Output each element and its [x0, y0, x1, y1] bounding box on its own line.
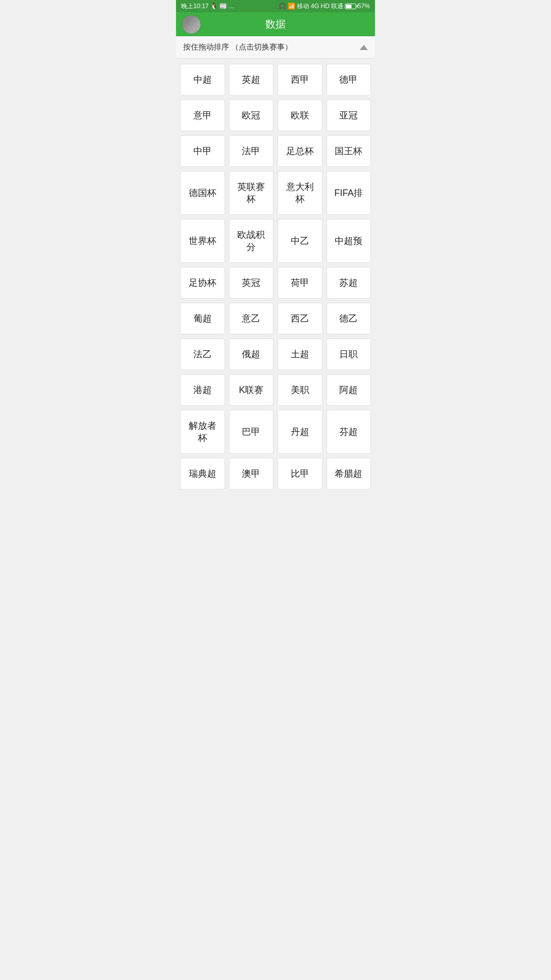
league-item-16[interactable]: 世界杯 [180, 219, 225, 263]
network-type: 4G HD [311, 3, 330, 10]
league-item-7[interactable]: 亚冠 [327, 100, 371, 131]
league-item-38[interactable]: 丹超 [278, 410, 322, 454]
league-item-2[interactable]: 西甲 [278, 64, 322, 95]
league-item-21[interactable]: 英冠 [229, 267, 274, 299]
status-left: 晚上10:17 🐧 📰 ... [181, 2, 234, 11]
league-item-40[interactable]: 瑞典超 [180, 458, 225, 489]
league-item-25[interactable]: 意乙 [229, 303, 274, 334]
league-item-33[interactable]: K联赛 [229, 374, 274, 406]
page-title: 数据 [265, 17, 286, 31]
league-item-8[interactable]: 中甲 [180, 135, 225, 167]
league-item-27[interactable]: 德乙 [327, 303, 371, 334]
league-item-12[interactable]: 德国杯 [180, 171, 225, 215]
league-item-14[interactable]: 意大利杯 [278, 171, 322, 215]
league-item-19[interactable]: 中超预 [327, 219, 371, 263]
league-item-31[interactable]: 日职 [327, 338, 371, 370]
league-item-9[interactable]: 法甲 [229, 135, 274, 167]
league-item-11[interactable]: 国王杯 [327, 135, 371, 167]
status-bar: 晚上10:17 🐧 📰 ... 🎧 📶 移动 4G HD 联通 57% [176, 0, 375, 12]
carrier-text: 联通 [331, 2, 343, 11]
league-grid: 中超英超西甲德甲意甲欧冠欧联亚冠中甲法甲足总杯国王杯德国杯英联赛杯意大利杯FIF… [180, 64, 371, 489]
league-item-0[interactable]: 中超 [180, 64, 225, 95]
league-item-20[interactable]: 足协杯 [180, 267, 225, 299]
status-time: 晚上10:17 [181, 2, 209, 11]
sort-sub-text: （点击切换赛事） [231, 42, 292, 51]
league-item-30[interactable]: 土超 [278, 338, 322, 370]
league-item-26[interactable]: 西乙 [278, 303, 322, 334]
league-item-3[interactable]: 德甲 [327, 64, 371, 95]
header: 数据 [176, 12, 375, 36]
signal-icons: 📶 [288, 3, 295, 10]
sort-bar-label: 按住拖动排序 （点击切换赛事） [183, 42, 292, 52]
league-item-24[interactable]: 葡超 [180, 303, 225, 334]
sort-main-text: 按住拖动排序 [183, 42, 229, 51]
headphone-icon: 🎧 [279, 3, 286, 10]
league-item-32[interactable]: 港超 [180, 374, 225, 406]
league-item-4[interactable]: 意甲 [180, 100, 225, 131]
league-item-5[interactable]: 欧冠 [229, 100, 274, 131]
league-item-39[interactable]: 芬超 [327, 410, 371, 454]
avatar[interactable] [182, 15, 201, 34]
network-text: 移动 [297, 2, 309, 11]
league-item-36[interactable]: 解放者杯 [180, 410, 225, 454]
league-item-18[interactable]: 中乙 [278, 219, 322, 263]
league-item-17[interactable]: 欧战积分 [229, 219, 274, 263]
league-item-42[interactable]: 比甲 [278, 458, 322, 489]
battery-icon [345, 4, 356, 9]
league-item-6[interactable]: 欧联 [278, 100, 322, 131]
battery-text: 57% [358, 3, 370, 10]
league-item-35[interactable]: 阿超 [327, 374, 371, 406]
league-item-37[interactable]: 巴甲 [229, 410, 274, 454]
league-item-15[interactable]: FIFA排 [327, 171, 371, 215]
league-item-41[interactable]: 澳甲 [229, 458, 274, 489]
sort-bar[interactable]: 按住拖动排序 （点击切换赛事） [176, 36, 375, 59]
league-item-29[interactable]: 俄超 [229, 338, 274, 370]
league-item-43[interactable]: 希腊超 [327, 458, 371, 489]
league-item-34[interactable]: 美职 [278, 374, 322, 406]
avatar-image [182, 15, 201, 34]
collapse-icon[interactable] [360, 45, 368, 50]
league-item-23[interactable]: 苏超 [327, 267, 371, 299]
league-item-10[interactable]: 足总杯 [278, 135, 322, 167]
status-icons: 🐧 📰 ... [210, 3, 234, 10]
league-item-22[interactable]: 荷甲 [278, 267, 322, 299]
grid-container: 中超英超西甲德甲意甲欧冠欧联亚冠中甲法甲足总杯国王杯德国杯英联赛杯意大利杯FIF… [176, 59, 375, 495]
league-item-1[interactable]: 英超 [229, 64, 274, 95]
league-item-13[interactable]: 英联赛杯 [229, 171, 274, 215]
league-item-28[interactable]: 法乙 [180, 338, 225, 370]
status-right: 🎧 📶 移动 4G HD 联通 57% [279, 2, 370, 11]
